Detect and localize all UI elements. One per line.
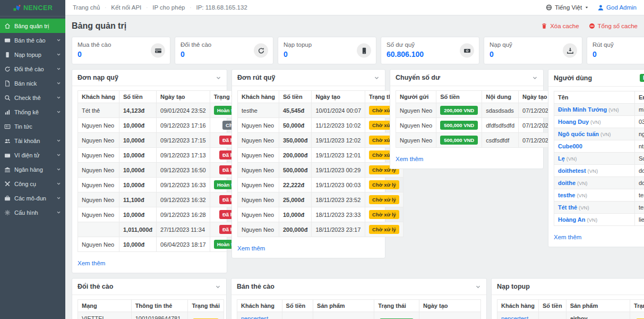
panel-don-nap-quy: Đơn nạp quỹKhách hàngSố tiềnNgày tạoTrạn… <box>72 69 227 273</box>
column-header: Mạng <box>78 300 132 312</box>
panel-row: Đơn nạp quỹKhách hàngSố tiềnNgày tạoTrạn… <box>72 69 644 273</box>
sidebar-item-label: Các mô-đun <box>14 195 46 202</box>
cell-text: minhtuong547@gmail.com <box>639 106 644 113</box>
sidebar-item-ngan-hang[interactable]: Ngân hàng <box>0 162 65 177</box>
cell-link[interactable]: nencertest <box>241 315 278 319</box>
cell-text: 11,100đ <box>123 197 144 203</box>
table-cell: Chờ xử lý <box>365 192 403 207</box>
bank-icon <box>4 166 11 173</box>
cell-text: Nguyen Neo <box>400 107 432 114</box>
column-header: Số tiền <box>436 91 482 103</box>
cell-text: ntp77pro@gmail.com <box>639 143 644 149</box>
chevron-down-icon <box>56 38 61 43</box>
cell-text: 10,000đ <box>123 152 144 158</box>
cell-link[interactable]: Hoàng An <box>558 216 586 223</box>
sidebar-item-cau-hinh[interactable]: Cấu hình <box>0 205 65 220</box>
data-table: Khách hàngSố tiềnSản phẩmTrạng tháinence… <box>497 299 644 319</box>
panel-collapse-icon[interactable] <box>215 284 221 290</box>
panel-footer: Xem thêm <box>232 238 385 258</box>
table-cell: 200,000đ <box>279 148 311 163</box>
see-more-link[interactable]: Xem thêm <box>78 260 105 266</box>
panel-footer: Xem thêm <box>548 227 644 247</box>
cell-text: 09/12/2023 17:13 <box>160 152 206 158</box>
table-row: Nguyen Neo200,000đ18/11/2023 23:17Chờ xử… <box>238 222 403 237</box>
sidebar-item-doi-the-cao[interactable]: Đổi thẻ cào <box>0 62 65 76</box>
cell-text: 10/01/2024 00:07 <box>315 107 361 114</box>
cell-link[interactable]: Tét thẻ <box>558 204 577 211</box>
country-tag: (VN) <box>577 180 588 186</box>
stat-card-rut-quy[interactable]: Rút quỹ0 <box>587 37 644 64</box>
column-header: Ngày tạo <box>419 300 481 312</box>
country-tag: (VN) <box>588 168 598 174</box>
table-cell: Nguyen Neo <box>238 178 279 192</box>
panel-collapse-icon[interactable] <box>475 284 481 290</box>
cell-link[interactable]: testhe <box>558 192 575 198</box>
app-root: NENCER Bảng quản trịBán thẻ càoNạp topup… <box>0 0 644 319</box>
cell-text: 19/11/2023 00:29 <box>315 167 360 173</box>
table-cell: 10010198644781713107290838581 <box>131 312 188 319</box>
cell-link[interactable]: nencertest <box>501 315 535 319</box>
panel-collapse-icon[interactable] <box>374 75 380 81</box>
breadcrumb-item[interactable]: Kết nối API <box>111 4 141 11</box>
cell-link[interactable]: doithetest <box>558 167 586 174</box>
panel-collapse-icon[interactable] <box>216 75 221 81</box>
country-tag: (VN) <box>587 217 598 223</box>
cell-text: 10,000đ <box>123 122 144 129</box>
cell-text: 19/11/2023 00:03 <box>315 182 360 188</box>
column-header: Thông tin thẻ <box>131 300 188 312</box>
table-cell: testthe@gmail.com <box>634 202 644 214</box>
sidebar-item-bang-quan-tri[interactable]: Bảng quản trị <box>0 19 65 33</box>
cell-link[interactable]: Ngô quốc tuấn <box>558 131 599 137</box>
panel-body: Khách hàngSố tiềnSản phẩmTrạng tháiNgày … <box>231 295 486 319</box>
panel-badge: Hôm nay <box>640 74 644 82</box>
column-header: Số tiền <box>119 91 156 103</box>
language-selector[interactable]: Tiếng Việt <box>546 4 589 11</box>
sidebar-item-ban-nick[interactable]: Bán nick <box>0 76 65 90</box>
see-more-link[interactable]: Xem thêm <box>396 156 423 162</box>
sidebar-item-tai-khoan[interactable]: Tài khoản <box>0 133 65 148</box>
cell-link[interactable]: Lẹ <box>558 155 565 162</box>
stat-card-nap-topup[interactable]: Nạp topup0 <box>278 37 376 64</box>
see-more-link[interactable]: Xem thêm <box>237 245 265 251</box>
table-cell: 10,000đ <box>119 148 156 163</box>
user-menu[interactable]: God Admin <box>597 4 637 11</box>
sidebar: NENCER Bảng quản trịBán thẻ càoNạp topup… <box>0 0 65 319</box>
stat-card-doi-the-cao[interactable]: Đổi thẻ cào0 <box>175 37 273 64</box>
table-cell: 10/01/2024 00:07 <box>312 103 365 118</box>
panel-chuyen-so-du: Chuyển số dưNgười gửiSố tiềnNội dungNgày… <box>390 69 544 169</box>
cell-text: 09/01/2024 23:52 <box>160 107 206 114</box>
cell-link[interactable]: doithe <box>558 180 576 186</box>
table-cell: VIETTEL24/01/2024 17:32 <box>78 312 132 319</box>
panel-collapse-icon[interactable] <box>532 75 538 81</box>
cell-link[interactable]: Hoang Duy <box>558 119 589 125</box>
logo[interactable]: NENCER <box>0 0 65 16</box>
stat-card-mua-the-cao[interactable]: Mua thẻ cào0 <box>72 37 170 64</box>
see-more-link[interactable]: Xem thêm <box>554 234 581 240</box>
stat-card-so-du-quy[interactable]: Số dư quỹ60.806.100 <box>381 37 479 64</box>
sidebar-item-cac-mo-dun[interactable]: Các mô-đun <box>0 191 65 205</box>
table-cell <box>78 222 119 237</box>
breadcrumb-item[interactable]: IP cho phép <box>152 4 185 11</box>
table-cell: doithetest@gmail.com <box>634 165 644 177</box>
stat-card-nap-quy[interactable]: Nạp quỹ0 <box>484 37 582 64</box>
tong-so-cache-button[interactable]: Tổng số cache <box>589 23 638 29</box>
panel-body: Khách hàngSố tiềnNgày tạoTrạng tháitesth… <box>232 86 385 238</box>
table-cell: 500,000 VND <box>436 118 482 133</box>
sidebar-item-ban-the-cao[interactable]: Bán thẻ cào <box>0 33 65 47</box>
sidebar-item-nap-topup[interactable]: Nạp topup <box>0 47 65 62</box>
table-cell: 0382771060 <box>634 116 644 128</box>
sidebar-item-vi-dien-tu[interactable]: Ví điện tử <box>0 148 65 162</box>
sidebar-item-thong-ke[interactable]: Thống kê <box>0 105 65 119</box>
table-row: VIETTEL24/01/2024 17:3210010198644781713… <box>78 312 224 319</box>
sidebar-item-label: Ví điện tử <box>14 152 40 158</box>
breadcrumb-item[interactable]: Trang chủ <box>73 4 100 11</box>
sidebar-item-tin-tuc[interactable]: Tin tức <box>0 119 65 133</box>
cell-text: 14,123đ <box>123 107 144 114</box>
cell-link[interactable]: Đinh Minh Tướng <box>558 106 607 113</box>
sidebar-item-cong-cu[interactable]: Công cụ <box>0 177 65 191</box>
xoa-cache-button[interactable]: Xóa cache <box>541 23 579 29</box>
cell-link[interactable]: Cube000 <box>558 143 582 149</box>
sidebar-item-check-the[interactable]: Check thẻ <box>0 90 65 105</box>
table-cell: Nguyen Neo <box>238 133 279 148</box>
cell-text: 1,011,000đ <box>123 226 152 233</box>
